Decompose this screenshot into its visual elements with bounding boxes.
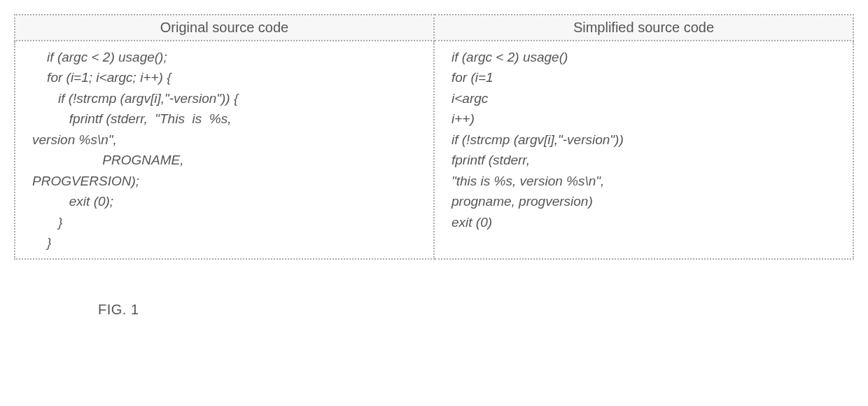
header-original: Original source code xyxy=(15,15,434,41)
figure-page: Original source code Simplified source c… xyxy=(14,14,854,318)
figure-caption: FIG. 1 xyxy=(98,302,854,318)
cell-original-code: if (argc < 2) usage(); for (i=1; i<argc;… xyxy=(15,41,434,259)
table-header-row: Original source code Simplified source c… xyxy=(15,15,853,41)
table-row: if (argc < 2) usage(); for (i=1; i<argc;… xyxy=(15,41,853,259)
original-code-block: if (argc < 2) usage(); for (i=1; i<argc;… xyxy=(24,47,425,253)
code-comparison-table: Original source code Simplified source c… xyxy=(14,14,854,260)
cell-simplified-code: if (argc < 2) usage() for (i=1 i<argc i+… xyxy=(434,41,853,259)
header-simplified: Simplified source code xyxy=(434,15,853,41)
simplified-code-block: if (argc < 2) usage() for (i=1 i<argc i+… xyxy=(443,47,844,232)
